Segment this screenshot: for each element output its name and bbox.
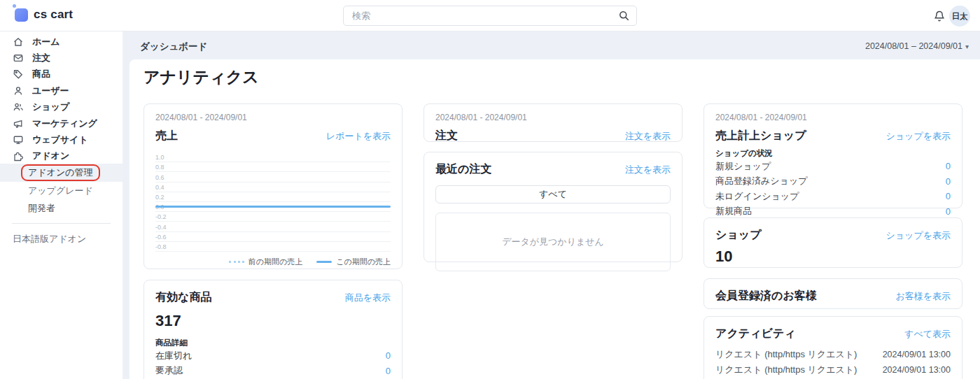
stat-row: 要承認 0 <box>155 364 391 379</box>
stat-value[interactable]: 0 <box>946 176 951 187</box>
sidebar-item-products[interactable]: 商品 <box>0 66 122 83</box>
sidebar-item-orders[interactable]: 注文 <box>0 50 122 66</box>
date-range-selector[interactable]: 2024/08/01 – 2024/09/01▾ <box>865 41 969 51</box>
sidebar-item-label: ユーザー <box>32 85 69 97</box>
notifications-bell-icon[interactable] <box>933 9 946 22</box>
customers-card: 会員登録済のお客様 お客様を表示 <box>704 278 962 309</box>
view-shops-link[interactable]: ショップを表示 <box>886 229 951 242</box>
tag-icon <box>13 69 24 80</box>
app-logo[interactable]: cs cart <box>15 8 73 22</box>
chart-legend: 前の期間の売上 この期間の売上 <box>155 257 391 267</box>
products-count: 317 <box>155 312 391 330</box>
search-icon[interactable] <box>618 10 630 22</box>
sidebar-subitem-manage-addons[interactable]: アドオンの管理 <box>0 164 122 182</box>
products-subtitle: 商品詳細 <box>155 338 391 348</box>
vendor-sales-card: 2024/08/01 - 2024/09/01 売上計上ショップ ショップを表示… <box>704 103 962 208</box>
sales-card: 2024/08/01 - 2024/09/01 売上 レポートを表示 1.0 0… <box>144 103 402 269</box>
current-period-line <box>155 206 391 208</box>
view-products-link[interactable]: 商品を表示 <box>345 292 391 304</box>
card-period: 2024/08/01 - 2024/09/01 <box>435 113 671 122</box>
y-tick: -0.4 <box>155 224 167 231</box>
view-all-link[interactable]: すべて表示 <box>904 328 951 341</box>
sidebar-item-label: 注文 <box>32 52 50 64</box>
stat-label: 商品登録済みショップ <box>715 175 808 187</box>
stat-label: 未ログインショップ <box>715 190 799 203</box>
logo-icon <box>15 8 28 22</box>
view-report-link[interactable]: レポートを表示 <box>326 130 391 143</box>
search-input[interactable] <box>343 6 637 26</box>
view-shops-link[interactable]: ショップを表示 <box>886 130 951 143</box>
activity-row: リクエスト (http/https リクエスト) 2024/09/01 13:0… <box>715 347 951 362</box>
logo-text: cs cart <box>34 8 73 22</box>
sidebar-item-users[interactable]: ユーザー <box>0 83 122 99</box>
y-tick: 0.2 <box>155 194 164 201</box>
prev-period-swatch <box>229 261 244 263</box>
sidebar-item-label: アドオン <box>32 150 69 162</box>
sidebar-subitem-developer[interactable]: 開発者 <box>0 199 122 217</box>
subitem-label: アドオンの管理 <box>28 167 93 178</box>
card-title: 最近の注文 <box>435 162 491 177</box>
activity-time: 2024/09/01 13:00 <box>883 350 951 359</box>
stat-row: 商品登録済みショップ 0 <box>715 174 951 190</box>
monitor-icon <box>13 134 24 145</box>
view-orders-link[interactable]: 注文を表示 <box>625 164 671 176</box>
stat-row: 新規ショップ 0 <box>715 159 951 174</box>
sidebar-item-home[interactable]: ホーム <box>0 34 122 50</box>
stat-label: 新規ショップ <box>715 160 771 173</box>
chevron-down-icon: ▾ <box>965 43 969 50</box>
subitem-label: 日本語版アドオン <box>13 233 86 245</box>
users-icon <box>13 101 24 113</box>
stat-label: 新規商品 <box>715 205 752 217</box>
stat-row: 在庫切れ 0 <box>155 348 391 364</box>
sidebar-item-label: ショップ <box>32 101 69 113</box>
y-tick: 0.4 <box>155 184 164 191</box>
sidebar-item-japanese-addons[interactable]: 日本語版アドオン <box>0 230 122 248</box>
view-customers-link[interactable]: お客様を表示 <box>895 290 951 303</box>
card-title: 売上計上ショップ <box>715 129 806 143</box>
y-tick: 0.8 <box>155 164 164 171</box>
orders-card: 2024/08/01 - 2024/09/01 注文 注文を表示 <box>424 103 682 142</box>
sidebar-item-label: 商品 <box>32 68 50 80</box>
view-orders-link[interactable]: 注文を表示 <box>625 130 671 143</box>
sidebar: ホーム 注文 商品 ユーザー ショップ <box>0 31 122 379</box>
activity-card: アクティビティ すべて表示 リクエスト (http/https リクエスト) 2… <box>704 316 962 379</box>
top-bar: cs cart 日太 <box>0 0 980 31</box>
annotation-red-ring: アドオンの管理 <box>21 164 100 181</box>
card-title: 会員登録済のお客様 <box>715 289 817 303</box>
stat-value[interactable]: 0 <box>946 206 951 217</box>
stat-value[interactable]: 0 <box>946 161 951 171</box>
y-tick: -0.2 <box>155 213 167 220</box>
shops-card: ショップ ショップを表示 10 <box>704 217 962 268</box>
active-products-card: 有効な商品 商品を表示 317 商品詳細 在庫切れ 0 要承認 0 却下済 0 <box>144 280 402 379</box>
breadcrumb: ダッシュボード <box>140 41 207 53</box>
user-avatar[interactable]: 日太 <box>949 6 970 27</box>
sidebar-item-label: マーケティング <box>32 117 97 130</box>
card-period: 2024/08/01 - 2024/09/01 <box>155 113 391 122</box>
activity-label: リクエスト (http/https リクエスト) <box>715 348 857 361</box>
activity-row: リクエスト (http/https リクエスト) 2024/09/01 13:0… <box>715 363 951 378</box>
card-period: 2024/08/01 - 2024/09/01 <box>715 113 951 122</box>
puzzle-icon <box>13 150 24 162</box>
y-tick: -0.8 <box>155 243 167 250</box>
card-title: アクティビティ <box>715 327 796 341</box>
content-area: ダッシュボード 2024/08/01 – 2024/09/01▾ アナリティクス… <box>122 31 980 379</box>
sidebar-item-addons[interactable]: アドオン <box>0 148 122 164</box>
stat-row: 新規商品 0 <box>715 204 951 220</box>
orders-filter-all-button[interactable]: すべて <box>435 185 671 203</box>
megaphone-icon <box>13 118 24 129</box>
stat-value[interactable]: 0 <box>946 191 951 201</box>
y-tick: -0.6 <box>155 234 167 241</box>
sales-chart: 1.0 0.8 0.6 0.4 0.2 0.0 -0.2 -0.4 -0.6 -… <box>155 152 391 252</box>
sidebar-subitem-upgrade[interactable]: アップグレード <box>0 182 122 199</box>
shops-count: 10 <box>715 248 951 266</box>
activity-label: リクエスト (http/https リクエスト) <box>715 364 857 376</box>
sidebar-item-shops[interactable]: ショップ <box>0 99 122 115</box>
sidebar-item-website[interactable]: ウェブサイト <box>0 131 122 148</box>
card-title: 有効な商品 <box>155 290 211 305</box>
sidebar-item-marketing[interactable]: マーケティング <box>0 115 122 131</box>
subitem-label: 開発者 <box>28 202 55 215</box>
y-tick: 0.6 <box>155 174 164 181</box>
stat-value[interactable]: 0 <box>386 350 391 361</box>
card-title: 売上 <box>155 129 178 143</box>
stat-value[interactable]: 0 <box>386 366 391 376</box>
